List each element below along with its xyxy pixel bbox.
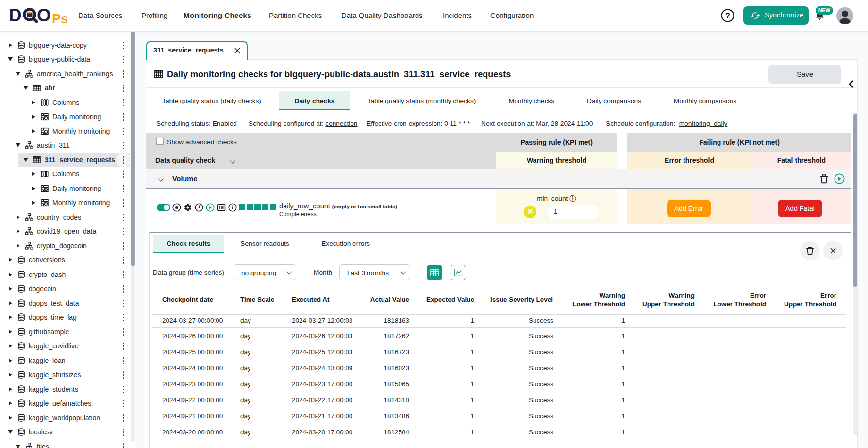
svg-text:?: ? bbox=[725, 12, 730, 20]
